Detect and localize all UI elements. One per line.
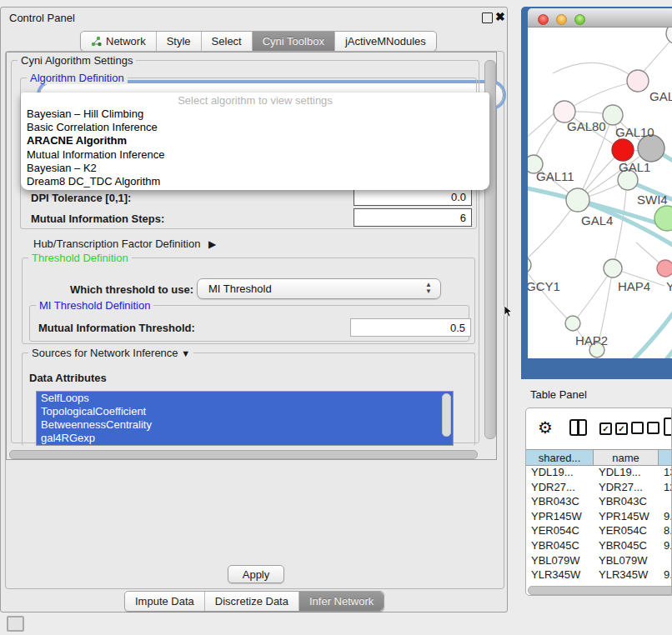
mi-threshold-field[interactable]: 0.5 <box>350 318 471 337</box>
network-node[interactable] <box>657 260 672 277</box>
tab-infer-network[interactable]: Infer Network <box>299 592 384 611</box>
table-cell: YPR145W <box>526 510 594 525</box>
table-row[interactable]: YBR043CYBR043C <box>526 495 672 510</box>
sources-group-title[interactable]: Sources for Network Inference ▼ <box>28 347 193 359</box>
algorithm-option[interactable]: Mutual Information Inference <box>21 148 489 162</box>
network-node[interactable] <box>565 316 580 331</box>
table-row[interactable]: YBR045CYBR045C9. <box>526 539 672 554</box>
node-label: GAL10 <box>615 125 654 139</box>
network-node[interactable] <box>612 139 634 161</box>
table-row[interactable]: YDR27...YDR27...12 <box>526 481 672 496</box>
network-edge[interactable] <box>528 269 568 319</box>
network-node[interactable] <box>627 70 649 92</box>
table-panel-window: ⚙ ✓✓ shared... name YDL19...YDL19...13YD… <box>525 408 672 596</box>
table-cell: YDR27... <box>526 481 594 496</box>
network-node[interactable] <box>566 188 589 212</box>
cyni-toolbox-panel: ▲▼ gal-filtered.sif default node Cyni Al… <box>5 51 504 589</box>
attribute-item[interactable]: SelfLoops <box>37 392 453 405</box>
select-all-icon[interactable]: ✓✓ <box>599 422 631 435</box>
table-horizontal-scrollbar[interactable] <box>528 586 672 595</box>
algorithm-option[interactable]: ARACNE Algorithm <box>21 134 489 148</box>
control-panel-title: Control Panel <box>9 12 75 24</box>
network-view-window: GALGAL80GAL10GAL1GAL11SWI4GAL4GCY1HAP4YH… <box>521 7 672 379</box>
list-scrollbar[interactable] <box>442 393 451 437</box>
data-attributes-list[interactable]: SelfLoopsTopologicalCoefficientBetweenne… <box>36 391 454 446</box>
tab-style[interactable]: Style <box>157 32 202 51</box>
table-row[interactable]: YBL079WYBL079W <box>526 554 672 569</box>
tab-jactivemnodules[interactable]: jActiveMNodules <box>335 32 436 51</box>
algorithm-option[interactable]: Basic Correlation Inference <box>21 121 489 134</box>
column-header-shared[interactable]: shared... <box>526 449 594 466</box>
table-cell: YER054C <box>594 524 659 539</box>
data-attributes-label: Data Attributes <box>29 372 107 384</box>
node-label: HAP2 <box>575 333 608 348</box>
chevron-down-icon: ▼ <box>181 348 190 358</box>
network-canvas[interactable]: GALGAL80GAL10GAL1GAL11SWI4GAL4GCY1HAP4YH… <box>528 28 672 358</box>
close-traffic-icon[interactable] <box>538 14 549 25</box>
node-label: GAL11 <box>536 169 574 183</box>
node-label: HAP4 <box>618 279 650 293</box>
table-row[interactable]: YDL19...YDL19...13 <box>526 466 672 481</box>
apply-button[interactable]: Apply <box>228 565 284 583</box>
hub-definition-toggle[interactable]: Hub/Transcription Factor Definition ▶ <box>33 238 216 250</box>
gear-icon[interactable]: ⚙ <box>538 418 553 438</box>
corner-grip[interactable] <box>7 616 24 632</box>
network-edge[interactable] <box>639 33 672 76</box>
node-label: GAL4 <box>581 213 613 228</box>
network-edge-thick[interactable] <box>578 200 672 259</box>
table-cell <box>659 495 672 510</box>
table-cell: YDR27... <box>594 481 659 496</box>
node-label: SWI4 <box>637 192 668 207</box>
network-node[interactable] <box>528 257 531 273</box>
node-label: GAL80 <box>567 119 606 133</box>
mi-threshold-group: MI Threshold Definition Mutual Informati… <box>29 305 469 342</box>
network-node[interactable] <box>654 206 672 231</box>
zoom-traffic-icon[interactable] <box>574 14 585 25</box>
table-cell: YLR345W <box>594 568 659 583</box>
table-row[interactable]: YER054CYER054C8. <box>526 524 672 539</box>
columns-icon[interactable] <box>569 419 587 436</box>
algorithm-option[interactable]: Bayesian – Hill Climbing <box>21 108 489 121</box>
tab-discretize-data[interactable]: Discretize Data <box>205 592 299 611</box>
tab-select[interactable]: Select <box>202 32 253 51</box>
horizontal-scrollbar[interactable] <box>9 450 478 459</box>
algorithm-dropdown-popup: Select algorithm to view settings Bayesi… <box>21 92 489 190</box>
attribute-item[interactable]: gal4RGexp <box>37 432 453 445</box>
dropdown-placeholder: Select algorithm to view settings <box>21 94 489 108</box>
table-row[interactable]: YPR145WYPR145W9. <box>526 510 672 525</box>
minimize-traffic-icon[interactable] <box>556 14 567 25</box>
deselect-all-icon[interactable] <box>631 422 663 437</box>
bottom-tabbar: Impute Data Discretize Data Infer Networ… <box>124 591 384 612</box>
mi-steps-field[interactable]: 6 <box>354 208 472 227</box>
table-rows[interactable]: YDL19...YDL19...13YDR27...YDR27...12YBR0… <box>526 466 672 587</box>
tab-network[interactable]: Network <box>81 32 157 51</box>
algorithm-option[interactable]: Bayesian – K2 <box>21 162 489 175</box>
table-cell: YBL079W <box>526 554 594 569</box>
table-row[interactable]: YLR345WYLR345W9. <box>526 568 672 583</box>
network-window-titlebar[interactable] <box>528 8 672 28</box>
mi-steps-label: Mutual Information Steps: <box>31 212 164 225</box>
algorithm-option[interactable]: Dream8 DC_TDC Algorithm <box>21 175 489 188</box>
which-threshold-value: MI Threshold <box>198 282 272 295</box>
attribute-item[interactable]: TopologicalCoefficient <box>37 405 453 418</box>
column-header-extra[interactable] <box>659 449 672 466</box>
threshold-definition-group: Threshold Definition Which threshold to … <box>22 258 475 344</box>
close-icon[interactable]: ✖ <box>495 10 504 19</box>
tab-impute-data[interactable]: Impute Data <box>125 592 205 611</box>
dpi-tolerance-field[interactable]: 0.0 <box>354 188 472 206</box>
network-edge[interactable] <box>613 191 626 268</box>
column-header-name[interactable]: name <box>594 449 659 466</box>
table-cell: YBR043C <box>526 495 594 510</box>
network-edge[interactable] <box>553 62 638 81</box>
cyni-algorithm-settings-title: Cyni Algorithm Settings <box>18 54 136 67</box>
float-window-icon[interactable] <box>482 12 493 23</box>
which-threshold-combo[interactable]: MI Threshold ▲▼ <box>197 278 441 299</box>
mi-threshold-label: Mutual Information Threshold: <box>38 322 195 334</box>
file-icon[interactable] <box>664 418 672 436</box>
tab-network-label: Network <box>106 35 146 48</box>
tab-cyni-toolbox[interactable]: Cyni Toolbox <box>253 32 335 51</box>
attribute-item[interactable]: BetweennessCentrality <box>37 418 453 432</box>
table-cell: YDL19... <box>594 466 659 481</box>
sources-group: Sources for Network Inference ▼ Data Att… <box>22 352 475 446</box>
network-node[interactable] <box>604 259 622 278</box>
